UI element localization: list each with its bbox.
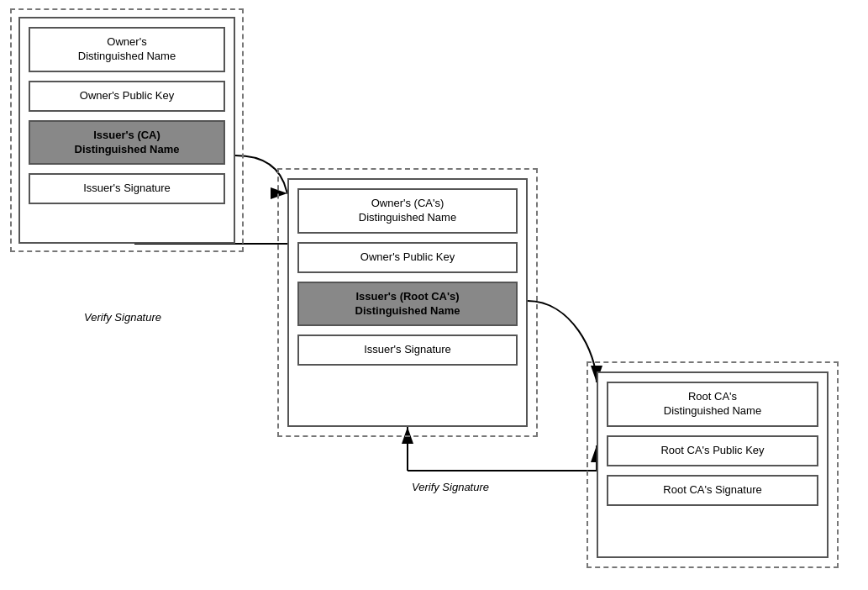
cert1-box: Owner's Distinguished Name Owner's Publi… bbox=[18, 17, 235, 244]
cert3-signature: Root CA's Signature bbox=[607, 475, 818, 506]
cert1-signature: Issuer's Signature bbox=[29, 173, 225, 204]
cert3-public-key: Root CA's Public Key bbox=[607, 435, 818, 466]
cert2-distinguished-name: Owner's (CA's) Distinguished Name bbox=[297, 188, 518, 234]
cert1-public-key: Owner's Public Key bbox=[29, 81, 225, 112]
cert1-distinguished-name: Owner's Distinguished Name bbox=[29, 27, 225, 72]
cert2-public-key: Owner's Public Key bbox=[297, 242, 518, 273]
cert2-issuer-dn: Issuer's (Root CA's) Distinguished Name bbox=[297, 282, 518, 327]
diagram-container: Owner's Distinguished Name Owner's Publi… bbox=[0, 0, 868, 590]
verify-signature-label-1: Verify Signature bbox=[84, 311, 161, 324]
cert1-issuer-dn: Issuer's (CA) Distinguished Name bbox=[29, 120, 225, 166]
cert3-distinguished-name: Root CA's Distinguished Name bbox=[607, 382, 818, 427]
cert3-box: Root CA's Distinguished Name Root CA's P… bbox=[597, 371, 829, 558]
cert2-box: Owner's (CA's) Distinguished Name Owner'… bbox=[287, 178, 528, 427]
verify-signature-label-2: Verify Signature bbox=[412, 481, 489, 493]
cert2-signature: Issuer's Signature bbox=[297, 335, 518, 366]
